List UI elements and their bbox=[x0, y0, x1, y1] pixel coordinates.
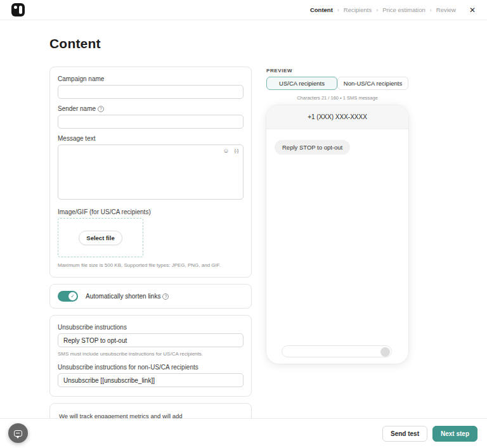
unsubscribe-label: Unsubscribe instructions bbox=[58, 324, 244, 331]
tab-usca-recipients[interactable]: US/CA recipients bbox=[266, 77, 337, 90]
image-upload-label: Image/GIF (for US/CA recipients) bbox=[58, 208, 244, 215]
preview-tabs: US/CA recipients Non-US/CA recipients bbox=[266, 77, 408, 90]
unsubscribe-non-usca-input[interactable] bbox=[58, 373, 244, 387]
unsubscribe-helper: SMS must include unsubscribe instruction… bbox=[58, 351, 244, 357]
emoji-picker-icon[interactable]: ☺ bbox=[223, 148, 229, 154]
chevron-right-icon: › bbox=[430, 7, 432, 13]
campaign-name-label: Campaign name bbox=[58, 75, 244, 82]
sender-name-field: Sender name? bbox=[58, 105, 244, 129]
sms-message-bubble: Reply STOP to opt-out bbox=[275, 140, 350, 155]
breadcrumb-step-review[interactable]: Review bbox=[436, 6, 456, 13]
phone-sender-number: +1 (XXX) XXX-XXXX bbox=[308, 113, 367, 120]
tab-non-usca-recipients[interactable]: Non-US/CA recipients bbox=[337, 77, 408, 90]
unsubscribe-card: Unsubscribe instructions SMS must includ… bbox=[49, 315, 252, 397]
breadcrumb-step-content[interactable]: Content bbox=[310, 6, 333, 13]
shorten-links-toggle[interactable]: ✓ bbox=[58, 291, 78, 302]
sender-name-label: Sender name? bbox=[58, 105, 244, 112]
preview-column: PREVIEW US/CA recipients Non-US/CA recip… bbox=[266, 68, 408, 364]
image-upload-dropzone[interactable]: Select file bbox=[58, 218, 143, 257]
breadcrumb-step-price-estimation[interactable]: Price estimation bbox=[382, 6, 425, 13]
footer-bar: Send test Next step bbox=[0, 418, 487, 448]
page-title: Content bbox=[49, 36, 487, 51]
phone-body: Reply STOP to opt-out bbox=[266, 129, 408, 155]
unsubscribe-non-usca-label: Unsubscribe instructions for non-US/CA r… bbox=[58, 364, 244, 371]
message-text-input[interactable] bbox=[58, 144, 244, 200]
help-icon[interactable]: ? bbox=[98, 106, 104, 112]
next-step-button[interactable]: Next step bbox=[432, 426, 477, 442]
phone-preview: +1 (XXX) XXX-XXXX Reply STOP to opt-out bbox=[266, 105, 408, 364]
image-upload-field: Image/GIF (for US/CA recipients) Select … bbox=[58, 208, 244, 268]
breadcrumb-step-recipients[interactable]: Recipients bbox=[344, 6, 372, 13]
logo-dot bbox=[14, 6, 17, 9]
shorten-links-label-text: Automatically shorten links bbox=[86, 293, 160, 300]
omnisend-logo bbox=[11, 3, 25, 16]
character-counter: Characters 21 / 160 • 1 SMS message bbox=[266, 95, 408, 101]
send-test-button[interactable]: Send test bbox=[382, 426, 427, 442]
message-text-label: Message text bbox=[58, 135, 244, 142]
sender-name-label-text: Sender name bbox=[58, 105, 96, 112]
chevron-right-icon: › bbox=[337, 7, 339, 13]
phone-send-button bbox=[380, 347, 390, 357]
select-file-button[interactable]: Select file bbox=[79, 231, 122, 245]
campaign-name-field: Campaign name bbox=[58, 75, 244, 99]
form-column: Campaign name Sender name? Message text … bbox=[49, 67, 252, 439]
preview-heading: PREVIEW bbox=[266, 68, 408, 74]
logo-bar bbox=[19, 6, 22, 14]
chat-bubble-icon bbox=[14, 430, 22, 437]
campaign-name-input[interactable] bbox=[58, 85, 244, 99]
merge-tag-icon[interactable]: {-} bbox=[234, 148, 238, 153]
help-icon[interactable]: ? bbox=[162, 293, 169, 300]
breadcrumb: Content › Recipients › Price estimation … bbox=[310, 6, 456, 13]
close-button[interactable]: ✕ bbox=[468, 5, 477, 15]
content-columns: Campaign name Sender name? Message text … bbox=[49, 67, 487, 439]
message-text-field: Message text ☺ {-} bbox=[58, 135, 244, 202]
image-upload-helper: Maximum file size is 500 KB. Supported f… bbox=[58, 262, 244, 268]
content-form-card: Campaign name Sender name? Message text … bbox=[49, 67, 252, 278]
toggle-check-icon: ✓ bbox=[68, 292, 77, 300]
chevron-right-icon: › bbox=[376, 7, 378, 13]
phone-header: +1 (XXX) XXX-XXXX bbox=[266, 105, 408, 129]
unsubscribe-input[interactable] bbox=[58, 333, 244, 347]
sender-name-input[interactable] bbox=[58, 115, 244, 129]
phone-reply-input bbox=[282, 345, 392, 357]
chat-widget-button[interactable] bbox=[8, 423, 28, 443]
shorten-links-label: Automatically shorten links? bbox=[86, 293, 169, 300]
shorten-links-card: ✓ Automatically shorten links? bbox=[49, 284, 252, 309]
topbar: Content › Recipients › Price estimation … bbox=[0, 0, 487, 20]
